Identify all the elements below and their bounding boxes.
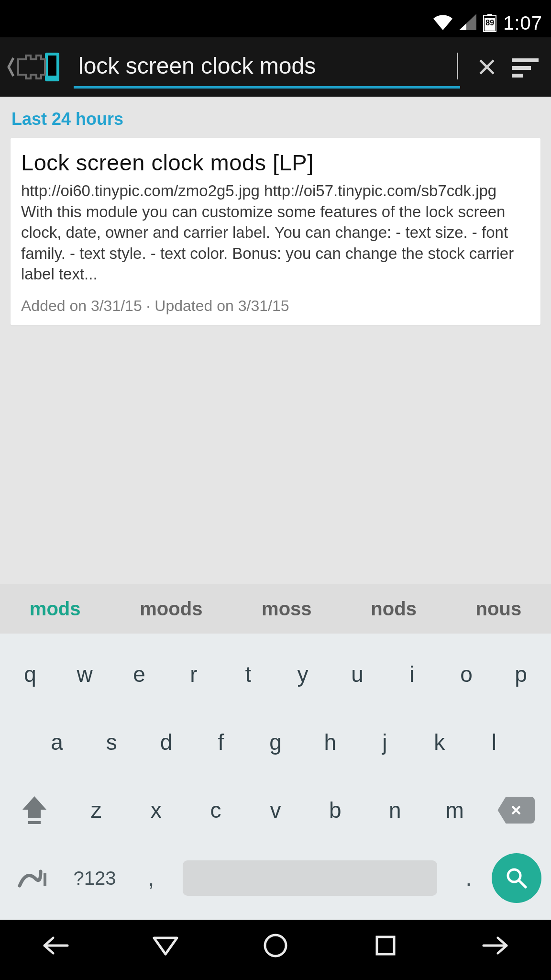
key-u[interactable]: u	[331, 646, 384, 703]
suggestion-5[interactable]: nous	[469, 596, 529, 622]
backspace-icon	[497, 797, 535, 824]
app-bar	[0, 37, 551, 97]
battery-percent: 89	[485, 19, 494, 27]
content-area[interactable]: Last 24 hours Lock screen clock mods [LP…	[0, 97, 551, 584]
wifi-icon	[433, 14, 452, 32]
key-m[interactable]: m	[428, 781, 482, 839]
keyboard: q w e r t y u i o p a s d f g h j k l	[0, 634, 551, 920]
status-bar: 89 1:07	[0, 9, 551, 37]
key-j[interactable]: j	[358, 713, 411, 771]
svg-line-10	[519, 880, 526, 887]
svg-rect-6	[512, 66, 531, 70]
result-title: Lock screen clock mods [LP]	[21, 149, 530, 176]
filter-label: Last 24 hours	[11, 109, 540, 129]
svg-rect-12	[377, 937, 394, 954]
result-meta: Added on 3/31/15 · Updated on 3/31/15	[21, 297, 530, 315]
nav-back-arrow[interactable]	[26, 926, 84, 965]
arrow-right-icon	[482, 934, 510, 957]
key-o[interactable]: o	[440, 646, 493, 703]
keyboard-row-2: a s d f g h j k l	[3, 708, 548, 776]
key-comma[interactable]: ,	[132, 865, 170, 891]
key-s[interactable]: s	[85, 713, 138, 771]
svg-rect-7	[512, 74, 523, 78]
key-a[interactable]: a	[30, 713, 84, 771]
close-icon	[477, 57, 496, 77]
search-field-wrap	[74, 45, 460, 89]
result-card[interactable]: Lock screen clock mods [LP] http://oi60.…	[11, 138, 540, 325]
key-v[interactable]: v	[249, 781, 302, 839]
svg-rect-8	[28, 821, 41, 824]
key-c[interactable]: c	[189, 781, 242, 839]
arrow-left-icon	[41, 934, 69, 957]
suggestion-1[interactable]: mods	[23, 596, 88, 622]
key-search[interactable]	[492, 853, 541, 903]
cell-signal-icon	[459, 14, 476, 32]
device-frame: 89 1:07 Last 24 h	[0, 9, 551, 971]
key-z[interactable]: z	[69, 781, 123, 839]
key-q[interactable]: q	[3, 646, 57, 703]
swipe-icon	[17, 865, 50, 891]
key-d[interactable]: d	[140, 713, 193, 771]
suggestion-2[interactable]: moods	[133, 596, 209, 622]
key-r[interactable]: r	[167, 646, 220, 703]
key-e[interactable]: e	[112, 646, 166, 703]
key-numeric[interactable]: ?123	[61, 868, 128, 889]
key-p[interactable]: p	[494, 646, 548, 703]
battery-icon: 89	[483, 14, 496, 32]
key-k[interactable]: k	[413, 713, 466, 771]
xposed-logo-icon	[15, 50, 61, 84]
triangle-down-icon	[152, 935, 179, 956]
key-swipe-input[interactable]	[10, 865, 57, 891]
key-g[interactable]: g	[249, 713, 302, 771]
result-description: http://oi60.tinypic.com/zmo2g5.jpg http:…	[21, 180, 530, 285]
suggestion-3[interactable]: moss	[255, 596, 319, 622]
nav-back[interactable]	[137, 926, 194, 965]
letterbox-bottom	[0, 971, 551, 980]
suggestion-4[interactable]: nods	[364, 596, 423, 622]
status-time: 1:07	[503, 12, 542, 34]
key-y[interactable]: y	[276, 646, 330, 703]
navigation-bar	[0, 920, 551, 971]
key-l[interactable]: l	[467, 713, 521, 771]
key-i[interactable]: i	[385, 646, 439, 703]
key-f[interactable]: f	[194, 713, 248, 771]
keyboard-row-3: z x c v b n m	[3, 776, 548, 844]
nav-home[interactable]	[247, 926, 304, 965]
search-icon	[505, 866, 529, 890]
key-w[interactable]: w	[58, 646, 111, 703]
key-space[interactable]	[183, 860, 437, 896]
back-button[interactable]	[4, 50, 64, 84]
clear-search-button[interactable]	[470, 50, 504, 84]
key-period[interactable]: .	[450, 865, 488, 891]
keyboard-row-1: q w e r t y u i o p	[3, 640, 548, 708]
shift-icon	[22, 795, 47, 825]
key-x[interactable]: x	[129, 781, 183, 839]
svg-rect-4	[48, 56, 56, 76]
svg-point-11	[265, 935, 286, 956]
keyboard-row-4: ?123 , .	[3, 844, 548, 912]
letterbox-top	[0, 0, 551, 9]
square-icon	[374, 934, 397, 957]
sort-button[interactable]	[508, 50, 542, 84]
key-t[interactable]: t	[221, 646, 275, 703]
key-h[interactable]: h	[303, 713, 357, 771]
key-backspace[interactable]	[487, 797, 545, 824]
text-cursor	[457, 53, 458, 79]
svg-rect-5	[512, 58, 539, 62]
circle-icon	[263, 933, 288, 958]
nav-recents[interactable]	[357, 926, 414, 965]
search-input[interactable]	[78, 53, 457, 79]
keyboard-suggestions: mods moods moss nods nous	[0, 584, 551, 634]
sort-icon	[510, 56, 540, 78]
chevron-left-icon	[7, 55, 15, 79]
key-b[interactable]: b	[309, 781, 362, 839]
key-shift[interactable]	[6, 795, 63, 825]
key-n[interactable]: n	[368, 781, 422, 839]
nav-forward-arrow[interactable]	[467, 926, 525, 965]
